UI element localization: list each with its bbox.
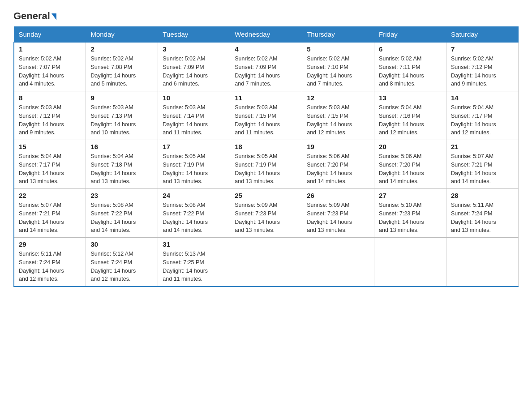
day-number: 4: [235, 45, 297, 53]
day-info: Sunrise: 5:02 AMSunset: 7:07 PMDaylight:…: [19, 55, 81, 88]
page-header: General: [13, 9, 519, 22]
calendar-cell: 20 Sunrise: 5:06 AMSunset: 7:20 PMDaylig…: [374, 140, 446, 189]
day-number: 9: [90, 94, 153, 102]
calendar-cell: 25 Sunrise: 5:09 AMSunset: 7:23 PMDaylig…: [230, 189, 302, 238]
day-info: Sunrise: 5:03 AMSunset: 7:15 PMDaylight:…: [235, 103, 297, 137]
day-number: 8: [19, 94, 81, 102]
calendar-cell: 30 Sunrise: 5:12 AMSunset: 7:24 PMDaylig…: [86, 238, 158, 287]
calendar-cell: 31 Sunrise: 5:13 AMSunset: 7:25 PMDaylig…: [158, 238, 230, 287]
header-friday: Friday: [374, 27, 446, 43]
day-info: Sunrise: 5:13 AMSunset: 7:25 PMDaylight:…: [163, 250, 225, 283]
header-saturday: Saturday: [446, 27, 519, 43]
day-number: 5: [307, 45, 369, 53]
calendar-cell: 26 Sunrise: 5:09 AMSunset: 7:23 PMDaylig…: [302, 189, 374, 238]
header-sunday: Sunday: [14, 27, 86, 43]
calendar-cell: 9 Sunrise: 5:03 AMSunset: 7:13 PMDayligh…: [86, 91, 158, 140]
calendar-cell: 28 Sunrise: 5:11 AMSunset: 7:24 PMDaylig…: [446, 189, 519, 238]
logo: General: [13, 9, 56, 22]
calendar-cell: 29 Sunrise: 5:11 AMSunset: 7:24 PMDaylig…: [14, 238, 86, 287]
day-number: 29: [19, 240, 81, 248]
day-info: Sunrise: 5:04 AMSunset: 7:16 PMDaylight:…: [379, 103, 442, 137]
calendar-cell: 8 Sunrise: 5:03 AMSunset: 7:12 PMDayligh…: [14, 91, 86, 140]
day-info: Sunrise: 5:02 AMSunset: 7:12 PMDaylight:…: [451, 55, 514, 88]
calendar-cell: [446, 238, 519, 287]
calendar-cell: 13 Sunrise: 5:04 AMSunset: 7:16 PMDaylig…: [374, 91, 446, 140]
day-number: 10: [163, 94, 225, 102]
day-info: Sunrise: 5:05 AMSunset: 7:19 PMDaylight:…: [235, 152, 297, 186]
day-info: Sunrise: 5:04 AMSunset: 7:17 PMDaylight:…: [451, 103, 514, 137]
calendar-cell: 4 Sunrise: 5:02 AMSunset: 7:09 PMDayligh…: [230, 42, 302, 91]
calendar-cell: 17 Sunrise: 5:05 AMSunset: 7:19 PMDaylig…: [158, 140, 230, 189]
day-number: 21: [451, 143, 514, 150]
day-number: 24: [163, 192, 225, 199]
calendar-week-row: 22 Sunrise: 5:07 AMSunset: 7:21 PMDaylig…: [14, 189, 519, 238]
day-info: Sunrise: 5:04 AMSunset: 7:18 PMDaylight:…: [90, 152, 153, 186]
day-info: Sunrise: 5:02 AMSunset: 7:09 PMDaylight:…: [235, 55, 297, 88]
calendar-cell: [302, 238, 374, 287]
day-info: Sunrise: 5:06 AMSunset: 7:20 PMDaylight:…: [379, 152, 442, 186]
day-number: 16: [90, 143, 153, 150]
day-info: Sunrise: 5:08 AMSunset: 7:22 PMDaylight:…: [163, 201, 225, 235]
day-info: Sunrise: 5:05 AMSunset: 7:19 PMDaylight:…: [163, 152, 225, 186]
day-number: 11: [235, 94, 297, 102]
calendar-cell: 22 Sunrise: 5:07 AMSunset: 7:21 PMDaylig…: [14, 189, 86, 238]
day-number: 7: [451, 45, 514, 53]
day-info: Sunrise: 5:09 AMSunset: 7:23 PMDaylight:…: [307, 201, 369, 235]
day-number: 18: [235, 143, 297, 150]
day-info: Sunrise: 5:08 AMSunset: 7:22 PMDaylight:…: [90, 201, 153, 235]
logo-line1: General: [13, 11, 56, 21]
calendar-cell: 21 Sunrise: 5:07 AMSunset: 7:21 PMDaylig…: [446, 140, 519, 189]
day-info: Sunrise: 5:03 AMSunset: 7:14 PMDaylight:…: [163, 103, 225, 137]
day-number: 28: [451, 192, 514, 199]
day-number: 20: [379, 143, 442, 150]
calendar-cell: 23 Sunrise: 5:08 AMSunset: 7:22 PMDaylig…: [86, 189, 158, 238]
calendar-cell: 2 Sunrise: 5:02 AMSunset: 7:08 PMDayligh…: [86, 42, 158, 91]
day-info: Sunrise: 5:03 AMSunset: 7:15 PMDaylight:…: [307, 103, 369, 137]
calendar-cell: 5 Sunrise: 5:02 AMSunset: 7:10 PMDayligh…: [302, 42, 374, 91]
calendar-cell: [374, 238, 446, 287]
day-number: 30: [90, 240, 153, 248]
day-info: Sunrise: 5:02 AMSunset: 7:08 PMDaylight:…: [90, 55, 153, 88]
calendar-cell: 12 Sunrise: 5:03 AMSunset: 7:15 PMDaylig…: [302, 91, 374, 140]
calendar-header-row: SundayMondayTuesdayWednesdayThursdayFrid…: [14, 27, 519, 43]
day-number: 14: [451, 94, 514, 102]
day-number: 6: [379, 45, 442, 53]
day-info: Sunrise: 5:03 AMSunset: 7:12 PMDaylight:…: [19, 103, 81, 137]
day-number: 1: [19, 45, 81, 53]
calendar-week-row: 1 Sunrise: 5:02 AMSunset: 7:07 PMDayligh…: [14, 42, 519, 91]
day-number: 31: [163, 240, 225, 248]
day-info: Sunrise: 5:02 AMSunset: 7:09 PMDaylight:…: [163, 55, 225, 88]
day-number: 25: [235, 192, 297, 199]
calendar-cell: 18 Sunrise: 5:05 AMSunset: 7:19 PMDaylig…: [230, 140, 302, 189]
day-info: Sunrise: 5:10 AMSunset: 7:23 PMDaylight:…: [379, 201, 442, 235]
calendar-cell: 3 Sunrise: 5:02 AMSunset: 7:09 PMDayligh…: [158, 42, 230, 91]
day-info: Sunrise: 5:02 AMSunset: 7:11 PMDaylight:…: [379, 55, 442, 88]
calendar-cell: 10 Sunrise: 5:03 AMSunset: 7:14 PMDaylig…: [158, 91, 230, 140]
calendar-cell: 1 Sunrise: 5:02 AMSunset: 7:07 PMDayligh…: [14, 42, 86, 91]
day-info: Sunrise: 5:11 AMSunset: 7:24 PMDaylight:…: [19, 250, 81, 283]
day-number: 26: [307, 192, 369, 199]
calendar-cell: 15 Sunrise: 5:04 AMSunset: 7:17 PMDaylig…: [14, 140, 86, 189]
day-number: 17: [163, 143, 225, 150]
day-number: 13: [379, 94, 442, 102]
day-number: 19: [307, 143, 369, 150]
day-number: 12: [307, 94, 369, 102]
day-info: Sunrise: 5:12 AMSunset: 7:24 PMDaylight:…: [90, 250, 153, 283]
day-number: 15: [19, 143, 81, 150]
day-info: Sunrise: 5:02 AMSunset: 7:10 PMDaylight:…: [307, 55, 369, 88]
calendar-cell: 6 Sunrise: 5:02 AMSunset: 7:11 PMDayligh…: [374, 42, 446, 91]
calendar-week-row: 29 Sunrise: 5:11 AMSunset: 7:24 PMDaylig…: [14, 238, 519, 287]
calendar-week-row: 15 Sunrise: 5:04 AMSunset: 7:17 PMDaylig…: [14, 140, 519, 189]
calendar-cell: 27 Sunrise: 5:10 AMSunset: 7:23 PMDaylig…: [374, 189, 446, 238]
day-info: Sunrise: 5:09 AMSunset: 7:23 PMDaylight:…: [235, 201, 297, 235]
calendar-cell: [230, 238, 302, 287]
calendar-cell: 24 Sunrise: 5:08 AMSunset: 7:22 PMDaylig…: [158, 189, 230, 238]
day-info: Sunrise: 5:07 AMSunset: 7:21 PMDaylight:…: [19, 201, 81, 235]
day-info: Sunrise: 5:04 AMSunset: 7:17 PMDaylight:…: [19, 152, 81, 186]
calendar-cell: 19 Sunrise: 5:06 AMSunset: 7:20 PMDaylig…: [302, 140, 374, 189]
calendar-cell: 7 Sunrise: 5:02 AMSunset: 7:12 PMDayligh…: [446, 42, 519, 91]
calendar-table: SundayMondayTuesdayWednesdayThursdayFrid…: [13, 26, 519, 287]
day-info: Sunrise: 5:03 AMSunset: 7:13 PMDaylight:…: [90, 103, 153, 137]
calendar-week-row: 8 Sunrise: 5:03 AMSunset: 7:12 PMDayligh…: [14, 91, 519, 140]
header-wednesday: Wednesday: [230, 27, 302, 43]
